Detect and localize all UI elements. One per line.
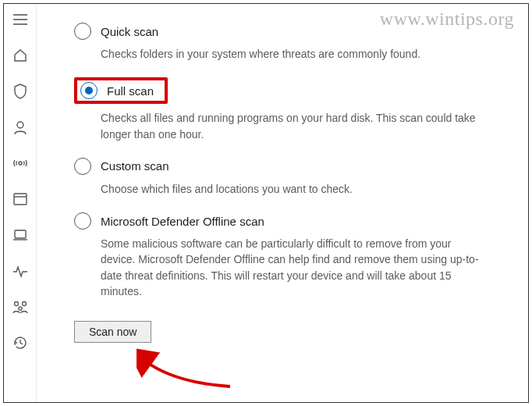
option-full-scan: Full scan Checks all files and running p… bbox=[74, 77, 480, 142]
option-offline-scan-head[interactable]: Microsoft Defender Offline scan bbox=[74, 212, 480, 230]
option-offline-scan-desc: Some malicious software can be particula… bbox=[101, 236, 480, 299]
menu-icon[interactable] bbox=[9, 9, 31, 30]
home-icon[interactable] bbox=[9, 45, 31, 66]
option-quick-scan-desc: Checks folders in your system where thre… bbox=[101, 46, 480, 62]
family-icon[interactable] bbox=[9, 296, 31, 318]
radio-quick-scan[interactable] bbox=[74, 23, 91, 40]
account-icon[interactable] bbox=[9, 116, 31, 138]
radio-full-scan[interactable] bbox=[80, 82, 98, 99]
full-scan-highlight: Full scan bbox=[74, 77, 168, 104]
option-quick-scan-head[interactable]: Quick scan bbox=[74, 23, 480, 40]
option-quick-scan: Quick scan Checks folders in your system… bbox=[74, 23, 480, 62]
option-full-scan-title: Full scan bbox=[107, 84, 154, 98]
option-quick-scan-title: Quick scan bbox=[101, 25, 158, 38]
svg-rect-7 bbox=[15, 230, 26, 238]
device-security-icon[interactable] bbox=[9, 224, 31, 246]
radio-custom-scan[interactable] bbox=[74, 158, 91, 175]
option-custom-scan: Custom scan Choose which files and locat… bbox=[74, 158, 480, 197]
firewall-icon[interactable] bbox=[9, 152, 31, 174]
option-offline-scan-title: Microsoft Defender Offline scan bbox=[101, 215, 264, 228]
option-offline-scan: Microsoft Defender Offline scan Some mal… bbox=[74, 212, 480, 299]
app-browser-icon[interactable] bbox=[9, 188, 31, 210]
history-icon[interactable] bbox=[9, 332, 31, 354]
option-custom-scan-desc: Choose which files and locations you wan… bbox=[101, 181, 480, 197]
option-custom-scan-head[interactable]: Custom scan bbox=[74, 158, 480, 175]
option-custom-scan-title: Custom scan bbox=[101, 159, 169, 173]
svg-rect-5 bbox=[14, 194, 27, 205]
sidebar bbox=[4, 4, 37, 402]
shield-icon[interactable] bbox=[9, 80, 31, 102]
performance-icon[interactable] bbox=[9, 260, 31, 282]
radio-offline-scan[interactable] bbox=[74, 212, 91, 230]
svg-point-9 bbox=[14, 302, 18, 306]
scan-options-panel: Quick scan Checks folders in your system… bbox=[37, 4, 528, 402]
svg-point-11 bbox=[18, 307, 21, 310]
scan-now-button[interactable]: Scan now bbox=[74, 321, 151, 343]
svg-point-3 bbox=[17, 122, 23, 128]
svg-point-4 bbox=[19, 162, 22, 165]
svg-point-10 bbox=[22, 302, 26, 306]
option-full-scan-desc: Checks all files and running programs on… bbox=[101, 110, 480, 142]
